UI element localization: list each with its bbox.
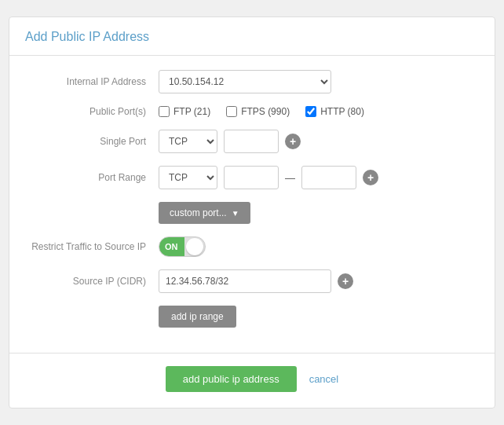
public-ports-control: FTP (21) FTPS (990) HTTP (80) [159,106,479,117]
custom-port-button[interactable]: custom port... ▼ [159,202,250,224]
source-ip-row: Source IP (CIDR) + [25,269,479,293]
submit-button[interactable]: add public ip address [166,366,297,392]
port-range-inputs: TCP UDP — + [159,166,378,189]
public-ports-row: Public Port(s) FTP (21) FTPS (990) HTTP … [25,106,479,117]
custom-port-label: custom port... [170,207,227,218]
form-body: Internal IP Address 10.50.154.12 Public … [9,56,495,343]
add-ip-range-button[interactable]: add ip range [159,306,236,328]
internal-ip-control: 10.50.154.12 [159,70,479,93]
single-port-label: Single Port [25,136,159,147]
source-ip-label: Source IP (CIDR) [25,276,159,287]
restrict-toggle[interactable]: ON [159,236,206,257]
toggle-container: ON [159,236,206,257]
restrict-traffic-label: Restrict Traffic to Source IP [25,241,159,252]
single-port-row: Single Port TCP UDP + [25,130,479,153]
ftp-checkbox-item[interactable]: FTP (21) [159,106,210,117]
add-ip-range-label: add ip range [171,311,224,322]
restrict-traffic-control: ON [159,236,479,257]
ftp-checkbox[interactable] [159,106,170,117]
http-checkbox-item[interactable]: HTTP (80) [305,106,364,117]
footer-actions: add public ip address cancel [9,353,495,392]
http-checkbox[interactable] [305,106,316,117]
port-range-to-input[interactable] [301,166,356,189]
source-ip-inputs: + [159,269,353,293]
ftps-checkbox-item[interactable]: FTPS (990) [226,106,290,117]
port-range-proto-select[interactable]: TCP UDP [159,166,217,189]
single-port-add-button[interactable]: + [285,134,301,149]
port-range-control: TCP UDP — + [159,166,479,189]
dialog: Add Public IP Address Internal IP Addres… [9,16,495,409]
internal-ip-select[interactable]: 10.50.154.12 [159,70,331,93]
toggle-on-label: ON [165,242,178,251]
port-range-add-button[interactable]: + [363,170,378,185]
port-range-row: Port Range TCP UDP — + [25,166,479,189]
dialog-title: Add Public IP Address [9,17,495,56]
port-range-from-input[interactable] [224,166,279,189]
cancel-button[interactable]: cancel [309,373,339,385]
single-port-proto-select[interactable]: TCP UDP [159,130,217,153]
port-range-label: Port Range [25,172,159,183]
ftp-label: FTP (21) [173,106,210,117]
internal-ip-row: Internal IP Address 10.50.154.12 [25,70,479,93]
checkbox-group: FTP (21) FTPS (990) HTTP (80) [159,106,364,117]
source-ip-input[interactable] [159,269,331,293]
ftps-label: FTPS (990) [241,106,290,117]
ftps-checkbox[interactable] [226,106,237,117]
range-dash: — [285,172,295,184]
add-ip-range-area: add ip range [159,306,479,328]
source-ip-add-button[interactable]: + [338,273,353,289]
single-port-inputs: TCP UDP + [159,130,301,153]
custom-port-area: custom port... ▼ [159,202,479,224]
public-ports-label: Public Port(s) [25,106,159,117]
single-port-input[interactable] [224,130,279,153]
source-ip-control: + [159,269,479,293]
toggle-knob [186,238,203,255]
restrict-traffic-row: Restrict Traffic to Source IP ON [25,236,479,257]
http-label: HTTP (80) [320,106,364,117]
custom-port-arrow-icon: ▼ [232,209,239,218]
single-port-control: TCP UDP + [159,130,479,153]
internal-ip-label: Internal IP Address [25,76,159,87]
